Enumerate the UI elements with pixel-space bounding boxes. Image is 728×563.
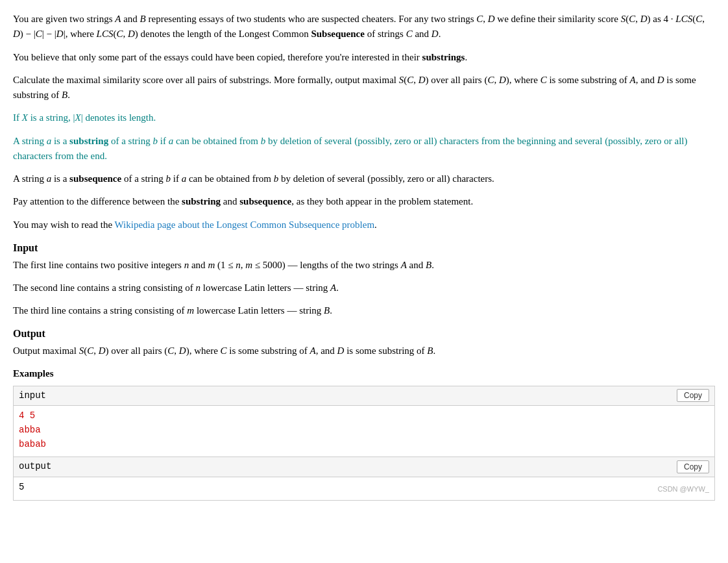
examples-section: Examples input Copy 4 5 abba babab outpu…: [13, 366, 715, 500]
example-input-label: input: [19, 389, 46, 403]
example-output-label: output: [19, 460, 51, 474]
intro-paragraph: You are given two strings A and B repres…: [13, 12, 715, 42]
input-desc3: The third line contains a string consist…: [13, 303, 715, 318]
paragraph-subsequence-def: A string a is a subsequence of a string …: [13, 171, 715, 186]
csdn-watermark: CSDN @WYW_: [657, 484, 709, 495]
examples-title: Examples: [13, 366, 715, 381]
output-section: Output Output maximal S(C, D) over all p…: [13, 326, 715, 358]
example-input-data: 4 5 abba babab: [13, 406, 715, 457]
example-input-header: input Copy: [13, 386, 715, 407]
paragraph-wikipedia: You may wish to read the Wikipedia page …: [13, 218, 715, 232]
paragraph-calculate: Calculate the maximal similarity score o…: [13, 73, 715, 103]
example-output-header: output Copy: [13, 457, 715, 477]
input-line-3: babab: [19, 438, 709, 452]
input-desc1: The first line contains two positive int…: [13, 258, 715, 273]
paragraph-attention: Pay attention to the difference between …: [13, 194, 715, 209]
input-line-2: abba: [19, 423, 709, 438]
output-value: 5: [19, 481, 24, 495]
output-desc: Output maximal S(C, D) over all pairs (C…: [13, 344, 715, 358]
output-title: Output: [13, 326, 715, 342]
content-area: You are given two strings A and B repres…: [13, 12, 715, 501]
wikipedia-link[interactable]: Wikipedia page about the Longest Common …: [115, 219, 375, 230]
output-footer: 5 CSDN @WYW_: [19, 481, 709, 495]
paragraph-substrings: You believe that only some part of the e…: [13, 50, 715, 65]
input-title: Input: [13, 240, 715, 256]
input-section: Input The first line contains two positi…: [13, 240, 715, 319]
input-line-1: 4 5: [19, 409, 709, 423]
example-input-copy-button[interactable]: Copy: [677, 389, 709, 402]
paragraph-length-note: If X is a string, |X| denotes its length…: [13, 110, 715, 125]
example-output-copy-button[interactable]: Copy: [677, 460, 709, 473]
example-output-data: 5 CSDN @WYW_: [13, 477, 715, 501]
example-block: input Copy 4 5 abba babab output Copy 5 …: [13, 386, 715, 501]
paragraph-substring-def: A string a is a substring of a string b …: [13, 134, 715, 164]
input-desc2: The second line contains a string consis…: [13, 281, 715, 295]
